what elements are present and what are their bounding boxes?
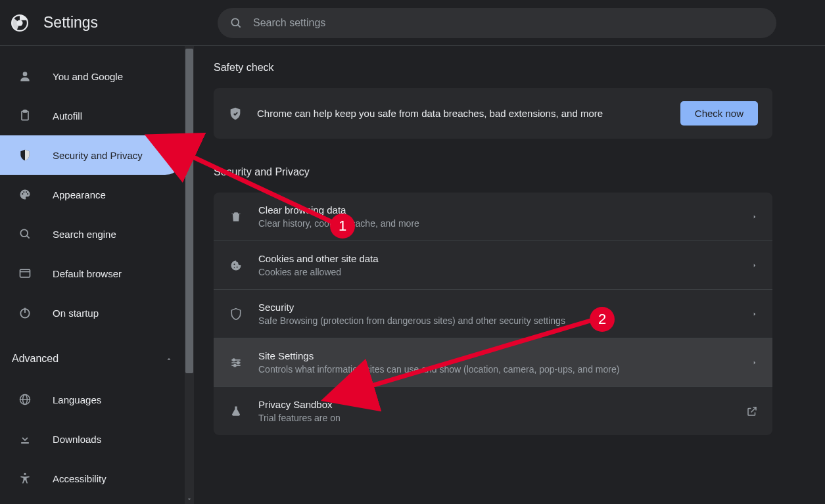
person-icon: [18, 70, 34, 83]
safety-check-card: Chrome can help keep you safe from data …: [214, 88, 772, 139]
check-now-button[interactable]: Check now: [680, 101, 758, 126]
svg-point-9: [26, 191, 27, 193]
row-title: Cookies and other site data: [258, 253, 751, 264]
chevron-right-icon: [751, 214, 758, 220]
svg-point-10: [27, 193, 28, 195]
sidebar-item-label: Autofill: [53, 110, 82, 122]
svg-point-22: [234, 263, 235, 265]
svg-point-4: [23, 72, 28, 76]
palette-icon: [18, 188, 34, 201]
row-title: Site Settings: [258, 350, 751, 361]
sidebar-item-label: Downloads: [53, 434, 101, 445]
svg-point-23: [237, 266, 238, 267]
row-subtitle: Trial features are on: [258, 413, 746, 423]
shield-outline-icon: [228, 308, 244, 321]
sidebar-item-autofill[interactable]: Autofill: [0, 96, 185, 135]
row-subtitle: Safe Browsing (protection from dangerous…: [258, 315, 751, 326]
row-subtitle: Clear history, cookies, cache, and more: [258, 218, 751, 229]
sidebar-item-appearance[interactable]: Appearance: [0, 175, 185, 214]
sidebar-item-you-and-google[interactable]: You and Google: [0, 57, 185, 96]
svg-point-8: [23, 191, 24, 193]
search-input[interactable]: [253, 17, 765, 29]
search-icon: [18, 227, 34, 241]
sidebar-item-label: Languages: [53, 394, 101, 405]
safety-check-heading: Safety check: [214, 62, 772, 74]
svg-rect-20: [21, 442, 29, 444]
sidebar-item-accessibility[interactable]: Accessibility: [0, 459, 185, 498]
sidebar-scrollbar[interactable]: [185, 46, 194, 504]
search-icon: [229, 16, 243, 30]
flask-icon: [228, 405, 244, 418]
chevron-up-icon: [165, 355, 173, 363]
sidebar-item-on-startup[interactable]: On startup: [0, 293, 185, 332]
cookie-icon: [228, 259, 244, 272]
chevron-right-icon: [751, 262, 758, 269]
app-header: Settings: [0, 0, 825, 46]
search-container[interactable]: [218, 8, 776, 38]
svg-point-24: [234, 267, 235, 268]
scroll-down-icon[interactable]: [185, 495, 194, 504]
svg-point-2: [231, 18, 239, 26]
scrollbar-thumb[interactable]: [185, 49, 193, 373]
row-security[interactable]: Security Safe Browsing (protection from …: [214, 290, 772, 338]
chevron-right-icon: [751, 359, 758, 366]
chevron-right-icon: [751, 311, 758, 317]
trash-icon: [228, 210, 244, 223]
svg-rect-6: [24, 110, 27, 112]
shield-check-icon: [228, 106, 243, 121]
main-content: Safety check Chrome can help keep you sa…: [194, 46, 825, 504]
svg-line-3: [238, 24, 241, 27]
page-title: Settings: [43, 14, 204, 32]
sidebar-item-label: Security and Privacy: [53, 150, 143, 161]
svg-point-21: [24, 473, 26, 475]
browser-icon: [18, 267, 34, 280]
svg-rect-13: [20, 269, 30, 277]
download-icon: [18, 432, 34, 446]
svg-point-29: [237, 361, 239, 363]
sidebar-item-label: You and Google: [53, 71, 123, 82]
power-icon: [18, 306, 34, 319]
svg-point-7: [22, 193, 23, 195]
sidebar-item-label: Appearance: [53, 189, 106, 200]
clipboard-icon: [18, 109, 34, 122]
row-title: Privacy Sandbox: [258, 399, 746, 410]
sidebar-item-default-browser[interactable]: Default browser: [0, 254, 185, 293]
accessibility-icon: [18, 472, 34, 485]
safety-check-text: Chrome can help keep you safe from data …: [257, 108, 680, 119]
chrome-logo-icon: [11, 14, 29, 32]
tune-icon: [228, 356, 244, 369]
shield-icon: [18, 149, 34, 162]
sidebar-item-search-engine[interactable]: Search engine: [0, 214, 185, 254]
row-privacy-sandbox[interactable]: Privacy Sandbox Trial features are on: [214, 387, 772, 435]
sidebar-item-languages[interactable]: Languages: [0, 380, 185, 419]
security-privacy-card: Clear browsing data Clear history, cooki…: [214, 193, 772, 435]
sidebar-item-security-and-privacy[interactable]: Security and Privacy: [0, 135, 185, 175]
row-site-settings[interactable]: Site Settings Controls what information …: [214, 338, 772, 387]
sidebar-item-label: Accessibility: [53, 473, 106, 484]
row-title: Clear browsing data: [258, 204, 751, 216]
row-subtitle: Cookies are allowed: [258, 267, 751, 277]
security-privacy-heading: Security and Privacy: [214, 166, 772, 178]
sidebar-group-advanced[interactable]: Advanced: [0, 343, 185, 375]
svg-line-12: [27, 236, 30, 239]
sidebar-item-label: On startup: [53, 308, 99, 319]
row-title: Security: [258, 302, 751, 313]
row-cookies[interactable]: Cookies and other site data Cookies are …: [214, 241, 772, 290]
sidebar-item-downloads[interactable]: Downloads: [0, 419, 185, 459]
globe-icon: [18, 393, 34, 406]
svg-point-28: [233, 359, 235, 361]
sidebar-group-label: Advanced: [12, 353, 59, 365]
sidebar: You and Google Autofill Security and Pri…: [0, 46, 194, 504]
sidebar-item-label: Default browser: [53, 268, 122, 279]
svg-point-11: [20, 229, 28, 237]
svg-point-30: [234, 364, 236, 366]
sidebar-item-label: Search engine: [53, 229, 116, 240]
row-clear-browsing-data[interactable]: Clear browsing data Clear history, cooki…: [214, 193, 772, 241]
launch-icon: [746, 405, 758, 417]
row-subtitle: Controls what information sites can use …: [258, 364, 751, 375]
